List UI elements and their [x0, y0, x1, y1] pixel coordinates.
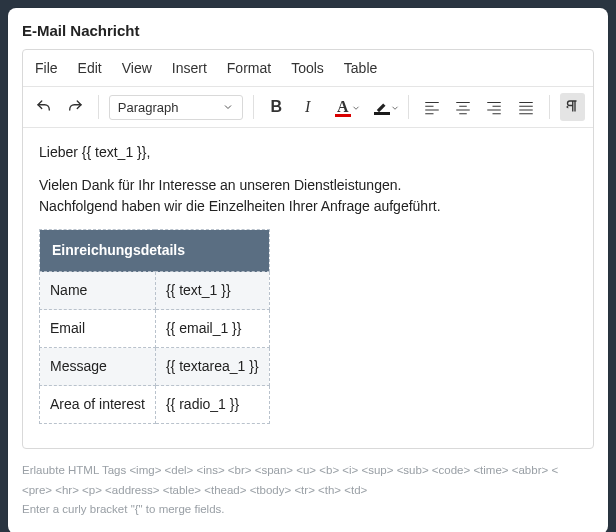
text-color-swatch	[335, 114, 351, 117]
details-table: Einreichungsdetails Name{{ text_1 }} Ema…	[39, 229, 270, 424]
cell-key: Area of interest	[40, 386, 156, 424]
italic-icon: I	[305, 98, 310, 116]
bold-button[interactable]: B	[263, 93, 288, 121]
align-right-icon	[485, 98, 503, 116]
hint-text: Erlaubte HTML Tags <img> <del> <ins> <br…	[8, 457, 608, 532]
editor-panel: E-Mail Nachricht File Edit View Insert F…	[8, 8, 608, 532]
undo-icon	[35, 98, 53, 116]
greeting-line: Lieber {{ text_1 }},	[39, 142, 577, 163]
align-center-icon	[454, 98, 472, 116]
chevron-down-icon	[222, 101, 234, 113]
undo-button[interactable]	[31, 93, 56, 121]
block-format-select[interactable]: Paragraph	[109, 95, 243, 120]
align-justify-button[interactable]	[513, 93, 538, 121]
menu-view[interactable]: View	[122, 60, 152, 76]
cell-key: Email	[40, 310, 156, 348]
block-format-label: Paragraph	[118, 100, 179, 115]
table-row: Email{{ email_1 }}	[40, 310, 270, 348]
toolbar-separator	[408, 95, 409, 119]
editor-box: File Edit View Insert Format Tools Table…	[22, 49, 594, 449]
hint-line: <pre> <hr> <p> <address> <table> <thead>…	[22, 481, 594, 501]
italic-button[interactable]: I	[295, 93, 320, 121]
menu-file[interactable]: File	[35, 60, 58, 76]
cell-value: {{ textarea_1 }}	[155, 348, 269, 386]
redo-button[interactable]	[62, 93, 87, 121]
menu-table[interactable]: Table	[344, 60, 377, 76]
highlight-color-button[interactable]	[365, 93, 398, 121]
menu-tools[interactable]: Tools	[291, 60, 324, 76]
toolbar: Paragraph B I A	[23, 87, 593, 128]
chevron-down-icon	[351, 103, 361, 113]
cell-value: {{ radio_1 }}	[155, 386, 269, 424]
toolbar-separator	[549, 95, 550, 119]
align-left-icon	[423, 98, 441, 116]
hint-line: Erlaubte HTML Tags <img> <del> <ins> <br…	[22, 461, 594, 481]
menu-insert[interactable]: Insert	[172, 60, 207, 76]
editor-content[interactable]: Lieber {{ text_1 }}, Vielen Dank für Ihr…	[23, 128, 593, 448]
redo-icon	[66, 98, 84, 116]
menubar: File Edit View Insert Format Tools Table	[23, 50, 593, 87]
cell-value: {{ text_1 }}	[155, 272, 269, 310]
text-color-button[interactable]: A	[326, 93, 359, 121]
chevron-down-icon	[390, 103, 400, 113]
details-header: Einreichungsdetails	[40, 230, 270, 272]
text-direction-button[interactable]	[560, 93, 585, 121]
table-row: Area of interest{{ radio_1 }}	[40, 386, 270, 424]
toolbar-separator	[98, 95, 99, 119]
align-justify-icon	[517, 98, 535, 116]
table-row: Name{{ text_1 }}	[40, 272, 270, 310]
table-row: Message{{ textarea_1 }}	[40, 348, 270, 386]
highlight-color-swatch	[374, 112, 390, 115]
intro-line-1: Vielen Dank für Ihr Interesse an unseren…	[39, 177, 401, 193]
panel-title: E-Mail Nachricht	[8, 8, 608, 49]
cell-key: Message	[40, 348, 156, 386]
align-center-button[interactable]	[450, 93, 475, 121]
bold-icon: B	[270, 98, 282, 116]
align-right-button[interactable]	[482, 93, 507, 121]
cell-value: {{ email_1 }}	[155, 310, 269, 348]
paragraph-direction-icon	[563, 98, 581, 116]
align-left-button[interactable]	[419, 93, 444, 121]
menu-edit[interactable]: Edit	[78, 60, 102, 76]
intro-paragraph: Vielen Dank für Ihr Interesse an unseren…	[39, 175, 577, 217]
intro-line-2: Nachfolgend haben wir die Einzelheiten I…	[39, 198, 441, 214]
hint-line: Enter a curly bracket "{" to merge field…	[22, 500, 594, 520]
menu-format[interactable]: Format	[227, 60, 271, 76]
cell-key: Name	[40, 272, 156, 310]
toolbar-separator	[253, 95, 254, 119]
